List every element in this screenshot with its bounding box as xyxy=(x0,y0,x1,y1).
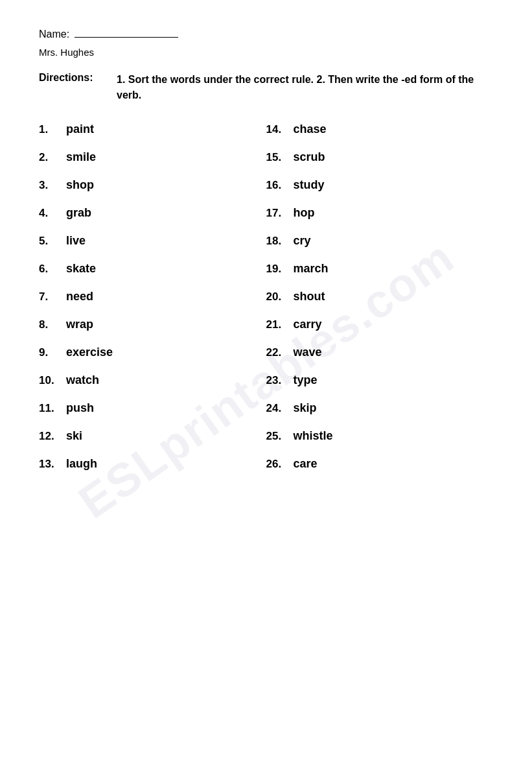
list-item: 7.need xyxy=(39,290,266,303)
word-number: 7. xyxy=(39,290,66,303)
word-text: push xyxy=(66,401,94,415)
word-text: skip xyxy=(294,401,317,415)
word-number: 16. xyxy=(266,179,294,192)
list-item: 2.smile xyxy=(39,150,266,164)
column-right: 14.chase15.scrub16.study17.hop18.cry19.m… xyxy=(266,123,494,485)
word-text: live xyxy=(66,234,86,248)
list-item: 15.scrub xyxy=(266,150,494,164)
word-text: watch xyxy=(66,373,99,387)
word-text: paint xyxy=(66,123,94,136)
directions-block: Directions: 1. Sort the words under the … xyxy=(39,72,493,103)
list-item: 9.exercise xyxy=(39,346,266,359)
list-item: 24.skip xyxy=(266,401,494,415)
word-number: 12. xyxy=(39,430,66,443)
word-number: 21. xyxy=(266,318,294,331)
word-text: whistle xyxy=(294,429,333,443)
list-item: 17.hop xyxy=(266,206,494,220)
word-number: 20. xyxy=(266,290,294,303)
word-text: type xyxy=(294,373,318,387)
word-text: study xyxy=(294,178,325,192)
list-item: 19.march xyxy=(266,262,494,276)
word-number: 5. xyxy=(39,235,66,248)
word-text: exercise xyxy=(66,346,113,359)
name-label: Name: xyxy=(39,29,69,40)
word-text: care xyxy=(294,457,318,471)
word-number: 15. xyxy=(266,151,294,164)
list-item: 4.grab xyxy=(39,206,266,220)
list-item: 22.wave xyxy=(266,346,494,359)
word-number: 3. xyxy=(39,179,66,192)
list-item: 13.laugh xyxy=(39,457,266,471)
word-text: need xyxy=(66,290,93,303)
word-text: ski xyxy=(66,429,82,443)
word-number: 9. xyxy=(39,346,66,359)
column-left: 1.paint2.smile3.shop4.grab5.live6.skate7… xyxy=(39,123,266,485)
directions-label: Directions: xyxy=(39,72,110,84)
list-item: 14.chase xyxy=(266,123,494,136)
name-underline-field xyxy=(75,26,178,38)
word-number: 22. xyxy=(266,346,294,359)
word-number: 19. xyxy=(266,263,294,276)
list-item: 5.live xyxy=(39,234,266,248)
list-item: 21.carry xyxy=(266,318,494,331)
word-number: 8. xyxy=(39,318,66,331)
word-number: 10. xyxy=(39,374,66,387)
word-number: 17. xyxy=(266,207,294,220)
list-item: 23.type xyxy=(266,373,494,387)
word-text: smile xyxy=(66,150,96,164)
list-item: 10.watch xyxy=(39,373,266,387)
word-text: shop xyxy=(66,178,94,192)
word-number: 23. xyxy=(266,374,294,387)
word-text: laugh xyxy=(66,457,97,471)
word-number: 14. xyxy=(266,123,294,136)
list-item: 1.paint xyxy=(39,123,266,136)
name-line: Name: xyxy=(39,26,493,40)
directions-text: 1. Sort the words under the correct rule… xyxy=(117,72,493,103)
word-number: 2. xyxy=(39,151,66,164)
list-item: 20.shout xyxy=(266,290,494,303)
word-text: chase xyxy=(294,123,327,136)
word-text: wave xyxy=(294,346,322,359)
list-item: 12.ski xyxy=(39,429,266,443)
word-text: hop xyxy=(294,206,315,220)
list-item: 16.study xyxy=(266,178,494,192)
word-number: 18. xyxy=(266,235,294,248)
word-text: shout xyxy=(294,290,325,303)
word-number: 13. xyxy=(39,458,66,471)
word-text: scrub xyxy=(294,150,325,164)
word-number: 4. xyxy=(39,207,66,220)
list-item: 11.push xyxy=(39,401,266,415)
list-item: 18.cry xyxy=(266,234,494,248)
word-number: 24. xyxy=(266,402,294,415)
list-item: 3.shop xyxy=(39,178,266,192)
list-item: 26.care xyxy=(266,457,494,471)
list-item: 6.skate xyxy=(39,262,266,276)
word-number: 25. xyxy=(266,430,294,443)
word-text: skate xyxy=(66,262,96,276)
list-item: 8.wrap xyxy=(39,318,266,331)
list-item: 25.whistle xyxy=(266,429,494,443)
words-section: 1.paint2.smile3.shop4.grab5.live6.skate7… xyxy=(39,123,493,485)
word-number: 11. xyxy=(39,402,66,415)
word-number: 6. xyxy=(39,263,66,276)
word-text: march xyxy=(294,262,329,276)
word-text: cry xyxy=(294,234,311,248)
word-number: 1. xyxy=(39,123,66,136)
word-number: 26. xyxy=(266,458,294,471)
word-text: wrap xyxy=(66,318,93,331)
teacher-name: Mrs. Hughes xyxy=(39,47,493,58)
word-text: carry xyxy=(294,318,322,331)
word-text: grab xyxy=(66,206,91,220)
